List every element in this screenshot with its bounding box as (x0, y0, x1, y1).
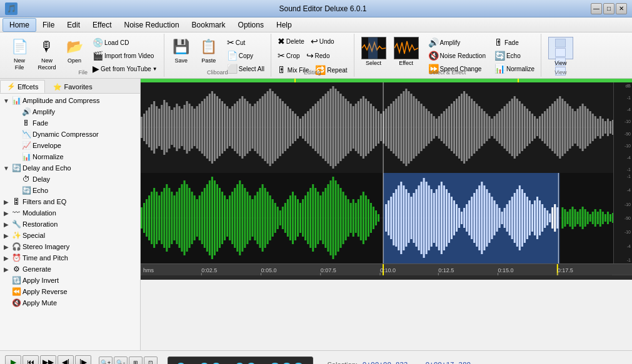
svg-rect-350 (531, 204, 533, 232)
menu-home[interactable]: Home (3, 18, 36, 32)
db-scale-bottom: -1 -4 -10 -90 -10 -4 -1 (613, 173, 632, 263)
transport-row-1: ▶ ⏮ ▶▶ ◀| |▶ (5, 355, 91, 365)
crop-button[interactable]: ✂ Crop (275, 49, 303, 62)
fade-button[interactable]: 🎚 Fade (492, 36, 537, 49)
rewind-button[interactable]: ⏮ (23, 355, 39, 365)
tree-amplify[interactable]: 🔊 Amplify (11, 106, 139, 117)
tree-echo[interactable]: 🔄 Echo (11, 185, 139, 196)
delete-button[interactable]: ✖ Delete (275, 35, 307, 47)
menu-bookmark[interactable]: Bookmark (186, 18, 232, 32)
svg-rect-28 (199, 104, 201, 151)
zoom-all-button[interactable]: ⊡ (144, 357, 158, 365)
copy-button[interactable]: 📄 Copy (224, 49, 267, 62)
new-file-button[interactable]: 📄 NewFile (6, 35, 33, 73)
select-button[interactable]: Select (358, 35, 389, 69)
redo-button[interactable]: ↪ Redo (304, 49, 333, 62)
close-button[interactable]: ✕ (616, 3, 627, 14)
svg-rect-8 (148, 107, 150, 147)
redo-label: Redo (315, 52, 330, 59)
svg-rect-335 (493, 200, 495, 235)
svg-rect-23 (186, 101, 188, 154)
tree-envelope[interactable]: 📈 Envelope (11, 140, 139, 151)
view-button[interactable]: View (545, 35, 576, 69)
svg-rect-40 (229, 109, 231, 146)
waveform-bottom[interactable]: -1 -4 -10 -90 -10 -4 -1 (141, 173, 632, 263)
noise-red-button[interactable]: 🔇 Noise Reduction (426, 49, 488, 62)
selection-label: Selection: (323, 361, 358, 365)
tree-restoration[interactable]: ▶ 🔧 Restoration (1, 219, 139, 230)
svg-rect-61 (282, 101, 284, 154)
prev-mark-button[interactable]: ◀| (58, 355, 74, 365)
svg-rect-376 (599, 209, 601, 227)
menu-options[interactable]: Options (232, 18, 270, 32)
svg-rect-160 (531, 114, 533, 141)
tree-fade[interactable]: 🎚 Fade (11, 117, 139, 129)
zoom-in-button[interactable]: 🔍+ (99, 357, 113, 365)
next-mark-button[interactable]: |▶ (75, 355, 91, 365)
transport-buttons: ▶ ⏮ ▶▶ ◀| |▶ ■ ⏸ ● |◀ ▶| (5, 355, 91, 365)
wave-inner-top[interactable] (141, 82, 613, 173)
menu-noise-reduction[interactable]: Noise Reduction (118, 18, 186, 32)
menu-help[interactable]: Help (270, 18, 298, 32)
scrollbar-horizontal[interactable] (141, 275, 632, 280)
waveform-top[interactable]: dB -1 -4 -10 -90 -10 -4 -1 (141, 82, 632, 173)
tab-effects[interactable]: ⚡ Effcets (0, 80, 45, 93)
play-button[interactable]: ▶ (5, 355, 21, 365)
tree-delay-echo[interactable]: ▼ 🔄 Delay and Echo (1, 162, 139, 174)
svg-rect-66 (294, 114, 296, 141)
import-video-button[interactable]: 🎬 Import from Video (90, 49, 160, 62)
generate-icon: ⚙ (11, 264, 21, 274)
svg-rect-272 (332, 177, 334, 259)
cut-button[interactable]: ✂ Cut (224, 36, 267, 49)
svg-rect-82 (334, 89, 336, 166)
load-cd-button[interactable]: 💿 Load CD (90, 36, 160, 49)
save-button[interactable]: 💾 Save (168, 35, 194, 66)
tree-apply-invert[interactable]: 🔃 Apply Invert (1, 275, 139, 286)
svg-rect-371 (587, 212, 589, 224)
fast-forward-button[interactable]: ▶▶ (40, 355, 56, 365)
menu-file[interactable]: File (36, 18, 61, 32)
svg-rect-317 (448, 193, 450, 243)
svg-rect-323 (463, 208, 465, 228)
svg-rect-242 (256, 192, 258, 244)
undo-button[interactable]: ↩ Undo (308, 35, 337, 47)
effect-button[interactable]: Effect (391, 35, 422, 69)
tree-normalize[interactable]: 📊 Normalize (11, 151, 139, 162)
svg-rect-158 (526, 109, 528, 146)
tree-special[interactable]: ▶ ✨ Special (1, 230, 139, 241)
open-button[interactable]: 📂 Open (61, 35, 88, 66)
tree-stereo-imagery[interactable]: ▶ 🎧 Stereo Imagery (1, 241, 139, 252)
tree-modulation[interactable]: ▶ 〰 Modulation (1, 207, 139, 219)
svg-rect-83 (337, 91, 339, 164)
svg-rect-344 (516, 189, 518, 247)
maximize-button[interactable]: □ (603, 3, 614, 14)
svg-rect-232 (231, 192, 233, 244)
tree-time-pitch[interactable]: ▶ ⏰ Time and Pitch (1, 252, 139, 263)
menu-effect[interactable]: Effect (86, 18, 118, 32)
wave-inner-bottom[interactable] (141, 173, 613, 263)
svg-rect-64 (289, 109, 291, 146)
echo-button[interactable]: 🔄 Echo (492, 49, 537, 62)
tree-delay[interactable]: ⏱ Delay (11, 174, 139, 185)
zoom-sel-button[interactable]: ⊞ (129, 357, 143, 365)
tree-amplitude[interactable]: ▼ 📊 Amplitude and Compress (1, 95, 139, 106)
svg-rect-130 (456, 99, 458, 156)
waveform-container: dB -1 -4 -10 -90 -10 -4 -1 (141, 79, 632, 350)
tree-apply-reverse[interactable]: ⏪ Apply Reverse (1, 286, 139, 297)
svg-rect-134 (466, 94, 468, 161)
amplify-button[interactable]: 🔊 Amplify (426, 36, 488, 49)
new-record-button[interactable]: 🎙 NewRecord (34, 35, 60, 73)
tree-apply-mute[interactable]: 🔇 Apply Mute (1, 297, 139, 308)
svg-rect-370 (584, 209, 586, 227)
paste-button[interactable]: 📋 Paste (196, 35, 222, 66)
tree-dynamic-compressor[interactable]: 📉 Dynamic Compressor (11, 129, 139, 140)
minimize-button[interactable]: — (591, 3, 602, 14)
svg-rect-327 (473, 193, 475, 243)
svg-rect-288 (373, 207, 374, 229)
zoom-out-button[interactable]: 🔍- (114, 357, 128, 365)
svg-rect-172 (561, 99, 563, 156)
tree-generate[interactable]: ▶ ⚙ Generate (1, 263, 139, 275)
tree-filters-eq[interactable]: ▶ 🎛 Filters and EQ (1, 196, 139, 207)
menu-edit[interactable]: Edit (61, 18, 86, 32)
tab-favorites[interactable]: ⭐ Favorites (46, 80, 99, 93)
